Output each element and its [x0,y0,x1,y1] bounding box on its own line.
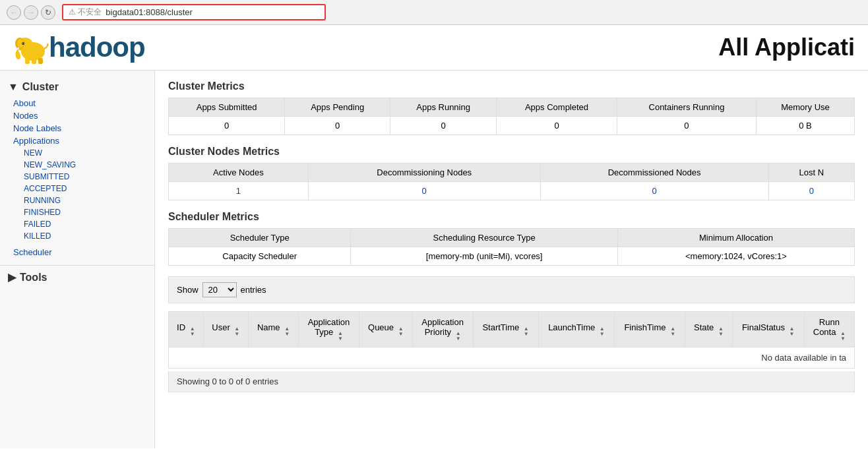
val-apps-submitted: 0 [169,117,285,135]
sidebar-item-failed[interactable]: FAILED [24,218,146,230]
col-name[interactable]: Name ▲▼ [248,312,298,347]
col-start-time[interactable]: StartTime ▲▼ [473,312,538,347]
cluster-label: Cluster [22,81,59,93]
no-data-message: No data available in ta [169,347,855,369]
val-apps-completed: 0 [497,117,617,135]
entries-label: entries [241,285,266,295]
cluster-metrics-title: Cluster Metrics [168,80,855,92]
svg-point-5 [22,43,23,44]
applications-table: ID ▲▼ User ▲▼ Name ▲▼ ApplicationType ▲▼… [168,311,855,369]
forward-button[interactable]: → [24,5,38,20]
col-decommissioned-nodes: Decommissioned Nodes [540,164,768,182]
val-apps-pending: 0 [285,117,390,135]
sidebar-item-new[interactable]: NEW [24,147,146,159]
col-lost-nodes: Lost N [768,164,854,182]
header: hadoop All Applicati [0,25,868,71]
val-active-nodes: 1 [169,182,309,200]
val-memory-used: 0 B [757,117,855,135]
sidebar-item-finished[interactable]: FINISHED [24,206,146,218]
hadoop-logo: hadoop [13,30,145,65]
col-final-status[interactable]: FinalStatus ▲▼ [732,312,804,347]
svg-rect-8 [38,58,43,64]
val-decommissioning-nodes: 0 [308,182,540,200]
val-minimum-allocation: <memory:1024, vCores:1> [617,247,854,266]
cluster-metrics-table: Apps Submitted Apps Pending Apps Running… [168,98,855,135]
col-apps-pending: Apps Pending [285,98,390,117]
cluster-arrow-icon: ▼ [8,81,18,93]
tools-arrow-icon: ▶ [8,271,16,284]
val-lost-nodes: 0 [768,182,854,200]
col-containers-running: Containers Running [617,98,756,117]
scheduler-metrics-title: Scheduler Metrics [168,211,855,223]
svg-rect-6 [25,58,30,64]
col-running-containers[interactable]: RunnConta ▲▼ [804,312,854,347]
reload-button[interactable]: ↻ [41,5,55,20]
val-scheduling-resource-type: [memory-mb (unit=Mi), vcores] [351,247,618,266]
col-decommissioning-nodes: Decommissioning Nodes [308,164,540,182]
sidebar-app-sub-links: NEW NEW_SAVING SUBMITTED ACCEPTED RUNNIN… [0,147,154,242]
col-apps-running: Apps Running [390,98,497,117]
col-application-type[interactable]: ApplicationType ▲▼ [299,312,359,347]
col-scheduling-resource-type: Scheduling Resource Type [351,229,618,247]
sidebar-item-applications[interactable]: Applications [13,135,146,147]
main-content: ▼ Cluster About Nodes Node Labels Applic… [0,71,868,448]
sidebar-links: About Nodes Node Labels Applications [0,97,154,147]
val-decommissioned-nodes: 0 [540,182,768,200]
sidebar-item-running[interactable]: RUNNING [24,195,146,206]
svg-rect-7 [32,58,36,64]
sidebar-item-about[interactable]: About [13,97,146,109]
cluster-nodes-metrics-title: Cluster Nodes Metrics [168,146,855,158]
val-containers-running: 0 [617,117,756,135]
col-queue[interactable]: Queue ▲▼ [359,312,412,347]
sidebar-item-scheduler[interactable]: Scheduler [13,246,146,258]
sidebar-scheduler-link: Scheduler [0,246,154,258]
sidebar-item-submitted[interactable]: SUBMITTED [24,171,146,183]
security-warning: ⚠ 不安全 [69,7,102,18]
nav-buttons: ← → ↻ [7,5,55,20]
val-scheduler-type: Capacity Scheduler [169,247,351,266]
page-title: All Applicati [718,34,855,61]
no-data-row: No data available in ta [169,347,855,369]
tools-section[interactable]: ▶ Tools [0,265,154,289]
entries-select[interactable]: 10 20 50 100 [202,282,237,297]
col-finish-time[interactable]: FinishTime ▲▼ [615,312,685,347]
cluster-nodes-metrics-table: Active Nodes Decommissioning Nodes Decom… [168,163,855,200]
col-apps-submitted: Apps Submitted [169,98,285,117]
address-bar[interactable]: ⚠ 不安全 bigdata01:8088/cluster [62,4,326,20]
col-scheduler-type: Scheduler Type [169,229,351,247]
show-entries-row: Show 10 20 50 100 entries [168,276,855,303]
col-minimum-allocation: Minimum Allocation [617,229,854,247]
sidebar-item-new-saving[interactable]: NEW_SAVING [24,159,146,171]
cluster-section[interactable]: ▼ Cluster [0,77,154,97]
scheduler-metrics-table: Scheduler Type Scheduling Resource Type … [168,228,855,266]
sidebar-item-killed[interactable]: KILLED [24,230,146,242]
elephant-icon [13,30,51,65]
url-text: bigdata01:8088/cluster [106,7,193,17]
col-state[interactable]: State ▲▼ [685,312,732,347]
col-user[interactable]: User ▲▼ [203,312,248,347]
col-application-priority[interactable]: ApplicationPriority ▲▼ [412,312,473,347]
browser-chrome: ← → ↻ ⚠ 不安全 bigdata01:8088/cluster [0,0,868,25]
val-apps-running: 0 [390,117,497,135]
sidebar-item-accepted[interactable]: ACCEPTED [24,183,146,195]
page-layout: hadoop All Applicati ▼ Cluster About Nod… [0,25,868,448]
data-table-wrapper: ID ▲▼ User ▲▼ Name ▲▼ ApplicationType ▲▼… [168,311,855,371]
hadoop-title-text: hadoop [49,32,145,63]
sidebar-item-node-labels[interactable]: Node Labels [13,122,146,135]
col-memory-used: Memory Use [757,98,855,117]
col-id[interactable]: ID ▲▼ [169,312,204,347]
table-footer: Showing 0 to 0 of 0 entries [168,371,855,392]
col-apps-completed: Apps Completed [497,98,617,117]
svg-point-4 [22,42,24,45]
col-launch-time[interactable]: LaunchTime ▲▼ [538,312,615,347]
sidebar: ▼ Cluster About Nodes Node Labels Applic… [0,71,155,448]
back-button[interactable]: ← [7,5,21,20]
content-area: Cluster Metrics Apps Submitted Apps Pend… [155,71,868,448]
tools-label: Tools [20,272,47,284]
col-active-nodes: Active Nodes [169,164,309,182]
show-label: Show [177,285,199,295]
sidebar-item-nodes[interactable]: Nodes [13,109,146,122]
